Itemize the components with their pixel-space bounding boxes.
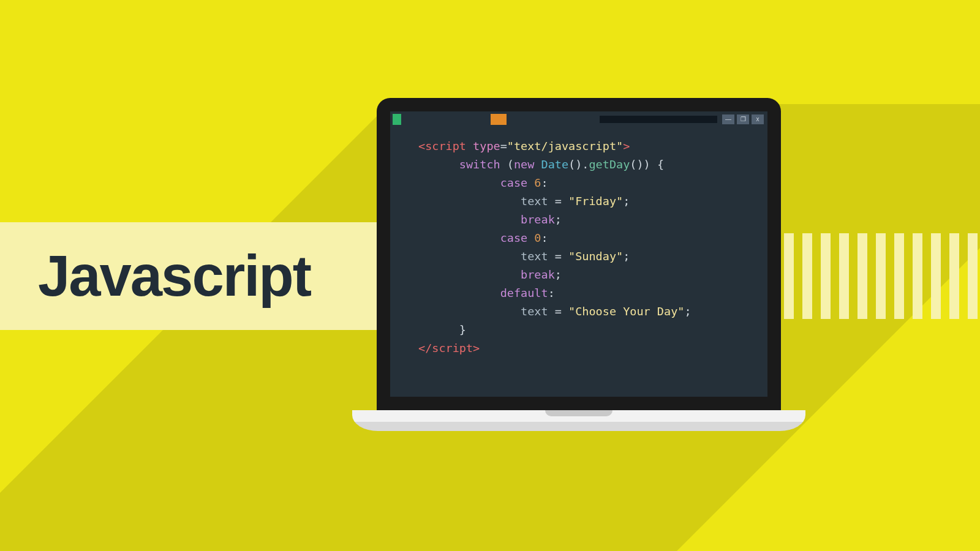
code-kw-case: case: [500, 231, 528, 244]
code-kw-default: default: [500, 287, 548, 299]
code-val: text/javascript: [514, 140, 616, 152]
code-lp: (: [568, 158, 575, 171]
code-kw-break: break: [521, 213, 555, 226]
code-open-lt: <: [418, 140, 425, 152]
code-eq: =: [555, 250, 562, 263]
editor-titlebar: — ❐ x: [390, 111, 767, 127]
code-q: ": [568, 195, 575, 208]
code-q: ": [568, 250, 575, 263]
code-colon: :: [541, 176, 548, 189]
code-dot: .: [582, 158, 589, 171]
code-class-date: Date: [541, 158, 569, 171]
code-editor-screen: — ❐ x <script type="text/javascript"> sw…: [390, 111, 767, 397]
code-q: ": [677, 305, 684, 318]
code-colon: :: [541, 231, 548, 244]
code-var-text: text: [521, 195, 548, 208]
editor-tab-indicator-green: [393, 114, 401, 125]
code-sp: [650, 158, 657, 171]
code-rp: ): [636, 158, 643, 171]
code-rb: }: [459, 323, 466, 336]
code-eq: =: [555, 305, 562, 318]
laptop-screen-frame: — ❐ x <script type="text/javascript"> sw…: [377, 98, 781, 410]
code-colon: :: [548, 287, 555, 299]
code-sp: [562, 195, 568, 208]
code-rp: ): [644, 158, 650, 171]
code-semi: ;: [555, 213, 562, 226]
code-sp: [534, 158, 541, 171]
code-q: ": [507, 140, 514, 152]
code-rp: ): [575, 158, 582, 171]
code-kw-case: case: [500, 176, 528, 189]
editor-address-bar: [600, 116, 717, 123]
code-open-name: script: [425, 140, 466, 152]
code-lp: (: [630, 158, 636, 171]
code-open-gt: >: [623, 140, 630, 152]
code-sp: [500, 158, 507, 171]
code-sp: [548, 250, 555, 263]
code-var-text: text: [521, 305, 548, 318]
close-button[interactable]: x: [752, 114, 764, 124]
minimize-button[interactable]: —: [722, 114, 734, 124]
code-q: ": [616, 195, 623, 208]
code-close-lt: <: [418, 342, 425, 354]
code-eq: =: [555, 195, 562, 208]
code-sp: [527, 176, 534, 189]
code-kw-break: break: [521, 268, 555, 281]
code-sp: [527, 231, 534, 244]
code-kw-switch: switch: [459, 158, 500, 171]
code-semi: ;: [623, 195, 630, 208]
code-sp: [562, 305, 568, 318]
window-controls: — ❐ x: [722, 114, 764, 124]
code-q: ": [616, 140, 623, 152]
code-str-friday: Friday: [575, 195, 616, 208]
page-title: Javascript: [38, 243, 311, 309]
code-lb: {: [657, 158, 664, 171]
code-semi: ;: [684, 305, 691, 318]
code-sp: [548, 195, 555, 208]
code-num-0: 0: [534, 231, 541, 244]
code-method-getday: getDay: [589, 158, 630, 171]
laptop-notch: [545, 410, 612, 416]
code-close-slash: /: [425, 342, 432, 354]
maximize-button[interactable]: ❐: [737, 114, 749, 124]
code-eq: =: [500, 140, 507, 152]
editor-tab-indicator-orange: [491, 114, 507, 125]
code-close-gt: >: [473, 342, 480, 354]
code-str-choose: Choose Your Day: [575, 305, 677, 318]
code-num-6: 6: [534, 176, 541, 189]
code-block: <script type="text/javascript"> switch (…: [418, 137, 692, 358]
laptop: — ❐ x <script type="text/javascript"> sw…: [377, 98, 830, 431]
title-band: Javascript: [0, 222, 379, 330]
code-q: ": [616, 250, 623, 263]
code-semi: ;: [623, 250, 630, 263]
code-kw-new: new: [514, 158, 534, 171]
code-sp: [562, 250, 568, 263]
code-sp: [548, 305, 555, 318]
code-str-sunday: Sunday: [575, 250, 616, 263]
code-attr: type: [473, 140, 500, 152]
code-sp: [466, 140, 473, 152]
code-lp: (: [507, 158, 514, 171]
laptop-base: [352, 410, 805, 431]
code-q: ": [568, 305, 575, 318]
code-semi: ;: [555, 268, 562, 281]
code-close-name: script: [432, 342, 473, 354]
code-var-text: text: [521, 250, 548, 263]
